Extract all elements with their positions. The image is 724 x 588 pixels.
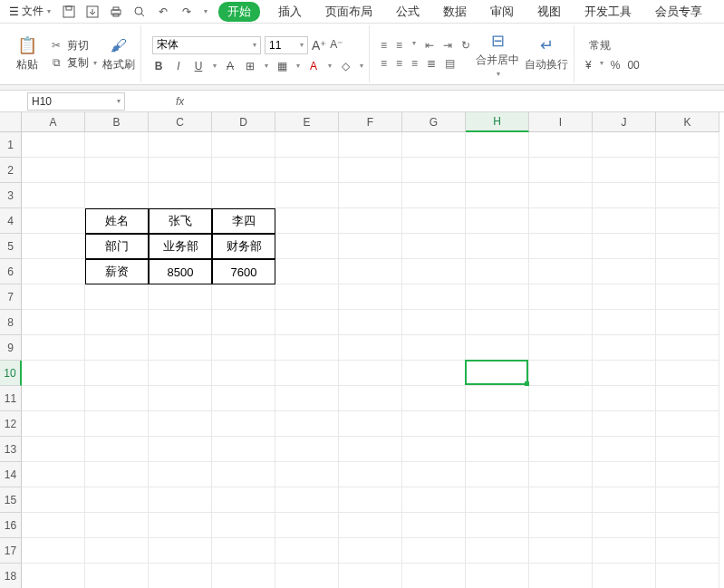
cell[interactable] (402, 513, 466, 538)
cell[interactable] (339, 183, 402, 208)
cell[interactable] (529, 234, 593, 259)
cell[interactable] (275, 538, 339, 564)
border-button[interactable]: ⊞ (244, 60, 256, 72)
row-header-2[interactable]: 2 (0, 158, 22, 183)
cell[interactable] (22, 234, 85, 259)
cell[interactable] (402, 437, 466, 462)
cell[interactable] (85, 487, 149, 513)
cell[interactable] (275, 564, 339, 588)
cell[interactable] (149, 564, 212, 588)
cell[interactable] (529, 437, 593, 462)
cell[interactable] (466, 183, 529, 208)
cell[interactable] (402, 132, 466, 158)
row-header-12[interactable]: 12 (0, 411, 22, 437)
chevron-down-icon[interactable]: ▾ (204, 7, 208, 15)
tab-insert[interactable]: 插入 (273, 2, 307, 22)
cell[interactable] (593, 259, 656, 284)
file-menu[interactable]: ☰ 文件 ▾ (4, 2, 56, 21)
cell[interactable] (402, 183, 466, 208)
cell[interactable]: 业务部 (149, 234, 212, 259)
cell[interactable] (466, 234, 529, 259)
cell[interactable] (275, 386, 339, 411)
cell[interactable] (656, 310, 719, 335)
cell[interactable]: 7600 (212, 259, 275, 284)
cell[interactable] (656, 564, 719, 588)
cell[interactable] (466, 386, 529, 411)
cell[interactable] (212, 183, 275, 208)
cell[interactable] (275, 361, 339, 386)
cell[interactable] (85, 538, 149, 564)
cell[interactable] (212, 538, 275, 564)
cell[interactable] (22, 132, 85, 158)
cell[interactable] (22, 538, 85, 564)
cell[interactable] (22, 386, 85, 411)
cell[interactable]: 薪资 (85, 259, 149, 284)
row-header-18[interactable]: 18 (0, 564, 22, 588)
fill-color-button[interactable]: ▦ (275, 60, 288, 72)
format-painter-button[interactable]: 🖌 格式刷 (102, 36, 135, 72)
cell[interactable] (402, 335, 466, 361)
cell[interactable] (529, 361, 593, 386)
cell[interactable]: 部门 (85, 234, 149, 259)
wrap-text-button[interactable]: ↵ 自动换行 (525, 35, 568, 72)
cell[interactable] (22, 513, 85, 538)
font-size-select[interactable]: 11▾ (265, 36, 308, 54)
cell[interactable] (529, 538, 593, 564)
cell[interactable] (466, 513, 529, 538)
row-header-17[interactable]: 17 (0, 538, 22, 564)
cell[interactable] (593, 437, 656, 462)
cell[interactable] (339, 513, 402, 538)
bold-button[interactable]: B (152, 60, 165, 72)
cell[interactable] (466, 310, 529, 335)
cell[interactable] (22, 183, 85, 208)
row-header-11[interactable]: 11 (0, 386, 22, 411)
cell[interactable] (149, 487, 212, 513)
cell[interactable] (402, 564, 466, 588)
cell[interactable] (529, 411, 593, 437)
cell[interactable] (149, 513, 212, 538)
cell[interactable] (529, 513, 593, 538)
formula-input[interactable] (184, 92, 724, 111)
cell[interactable] (22, 284, 85, 310)
cell[interactable] (402, 208, 466, 234)
cell[interactable] (85, 284, 149, 310)
comma-button[interactable]: 00 (627, 59, 639, 72)
cell[interactable] (22, 411, 85, 437)
cell[interactable] (466, 538, 529, 564)
cell[interactable] (339, 234, 402, 259)
cell[interactable] (656, 132, 719, 158)
cell[interactable] (466, 437, 529, 462)
cell[interactable] (466, 462, 529, 487)
cell[interactable] (402, 538, 466, 564)
cell[interactable] (656, 234, 719, 259)
cell[interactable] (466, 284, 529, 310)
cell[interactable]: 8500 (149, 259, 212, 284)
cell[interactable] (529, 132, 593, 158)
cell[interactable] (275, 462, 339, 487)
cell[interactable] (656, 158, 719, 183)
cell[interactable] (149, 284, 212, 310)
cell[interactable] (275, 183, 339, 208)
cell[interactable] (466, 158, 529, 183)
cell[interactable] (22, 208, 85, 234)
save-icon[interactable] (62, 5, 76, 19)
cell[interactable] (529, 462, 593, 487)
align-right-icon[interactable]: ≡ (411, 57, 418, 70)
cell[interactable] (149, 437, 212, 462)
cell[interactable] (339, 437, 402, 462)
cell[interactable] (85, 564, 149, 588)
cell[interactable] (149, 411, 212, 437)
cell[interactable] (466, 487, 529, 513)
cell[interactable] (656, 335, 719, 361)
cell[interactable] (85, 437, 149, 462)
justify-icon[interactable]: ≣ (427, 57, 436, 70)
cell[interactable] (275, 411, 339, 437)
cell[interactable] (339, 538, 402, 564)
cell[interactable] (402, 234, 466, 259)
col-header-C[interactable]: C (149, 112, 212, 132)
cell[interactable] (275, 284, 339, 310)
row-header-10[interactable]: 10 (0, 361, 22, 386)
cell[interactable] (212, 132, 275, 158)
cell[interactable] (149, 538, 212, 564)
cell[interactable] (529, 335, 593, 361)
